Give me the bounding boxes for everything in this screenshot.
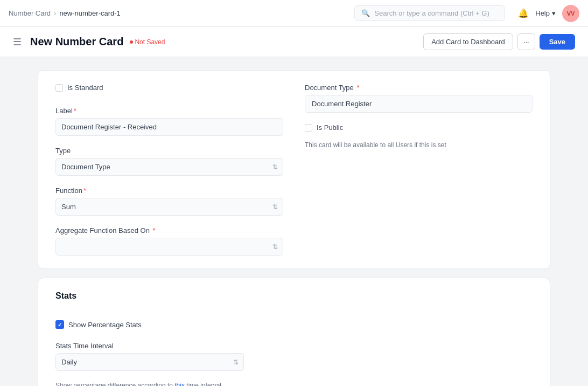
aggregate-field-group: Aggregate Function Based On *	[55, 226, 283, 256]
avatar[interactable]: VV	[562, 5, 579, 22]
not-saved-label: Not Saved	[135, 38, 165, 46]
help-label: Help	[535, 9, 550, 17]
save-button[interactable]: Save	[540, 34, 575, 50]
nav-actions: 🔔 Help ▾ VV	[518, 5, 579, 22]
stats-time-select-wrapper: Daily	[55, 353, 244, 371]
show-percentage-row: Show Percentage Stats	[55, 320, 533, 329]
type-select-wrapper: Document Type	[55, 158, 283, 176]
is-standard-row: Is Standard	[55, 84, 283, 92]
type-select[interactable]: Document Type	[55, 158, 283, 176]
bell-icon[interactable]: 🔔	[518, 8, 529, 18]
search-icon: 🔍	[361, 9, 370, 17]
add-card-button[interactable]: Add Card to Dashboard	[423, 33, 513, 50]
more-icon: ···	[523, 38, 529, 46]
form-right-col: Document Type * Document Register Is Pub…	[305, 84, 533, 256]
menu-icon[interactable]: ☰	[13, 36, 22, 48]
not-saved-dot	[130, 40, 133, 44]
is-public-checkbox[interactable]	[305, 124, 312, 132]
chevron-down-icon: ▾	[552, 9, 556, 17]
stats-time-interval-label: Stats Time Interval	[55, 342, 533, 350]
document-type-label: Document Type *	[305, 84, 533, 92]
top-nav: Number Card › new-number-card-1 🔍 Search…	[0, 0, 588, 27]
search-placeholder: Search or type a command (Ctrl + G)	[374, 9, 489, 17]
stats-time-interval-group: Stats Time Interval Daily	[55, 342, 533, 371]
aggregate-field-label: Aggregate Function Based On *	[55, 226, 283, 235]
is-standard-checkbox[interactable]	[55, 84, 63, 92]
type-field-group: Type Document Type	[55, 147, 283, 176]
form-grid: Is Standard Label* Type Document Type	[55, 84, 533, 256]
function-select-wrapper: Sum	[55, 198, 283, 216]
breadcrumb-chevron: ›	[54, 9, 56, 17]
header-actions: Add Card to Dashboard ··· Save	[423, 33, 575, 50]
is-public-label: Is Public	[317, 123, 343, 132]
aggregate-select[interactable]	[55, 238, 283, 256]
stats-title: Stats	[55, 291, 533, 301]
is-public-row: Is Public	[305, 123, 533, 132]
more-options-button[interactable]: ···	[517, 33, 535, 50]
stats-card: Stats Show Percentage Stats Stats Time I…	[38, 278, 550, 386]
is-public-hint: This card will be available to all Users…	[305, 141, 533, 149]
stats-content: Stats Show Percentage Stats Stats Time I…	[55, 291, 533, 386]
stats-time-select[interactable]: Daily	[55, 353, 244, 371]
label-input[interactable]	[55, 118, 283, 136]
aggregate-required: *	[151, 226, 156, 235]
show-percentage-label: Show Percentage Stats	[68, 321, 142, 329]
stats-hint-text: Show percentage difference according to …	[55, 382, 533, 386]
page-header: ☰ New Number Card Not Saved Add Card to …	[0, 27, 588, 57]
page-title: New Number Card	[30, 36, 123, 48]
is-standard-label: Is Standard	[67, 84, 103, 92]
is-public-group: Is Public This card will be available to…	[305, 123, 533, 149]
breadcrumb-child[interactable]: new-number-card-1	[59, 9, 120, 17]
document-type-field-group: Document Type * Document Register	[305, 84, 533, 113]
main-content: Is Standard Label* Type Document Type	[25, 57, 563, 386]
form-left-col: Is Standard Label* Type Document Type	[55, 84, 283, 256]
label-field-group: Label*	[55, 107, 283, 136]
document-type-display: Document Register	[305, 95, 533, 113]
type-field-label: Type	[55, 147, 283, 155]
search-bar[interactable]: 🔍 Search or type a command (Ctrl + G)	[354, 5, 505, 21]
breadcrumb: Number Card › new-number-card-1	[9, 9, 121, 17]
form-card: Is Standard Label* Type Document Type	[38, 70, 550, 269]
hint-link[interactable]: this	[174, 382, 185, 386]
function-field-group: Function* Sum	[55, 187, 283, 216]
not-saved-badge: Not Saved	[130, 38, 165, 46]
help-button[interactable]: Help ▾	[535, 9, 556, 17]
breadcrumb-parent[interactable]: Number Card	[9, 9, 51, 17]
label-required: *	[74, 107, 76, 115]
show-percentage-checkbox[interactable]	[55, 320, 64, 329]
aggregate-select-wrapper	[55, 238, 283, 256]
function-select[interactable]: Sum	[55, 198, 283, 216]
function-field-label: Function*	[55, 187, 283, 195]
label-field-label: Label*	[55, 107, 283, 115]
